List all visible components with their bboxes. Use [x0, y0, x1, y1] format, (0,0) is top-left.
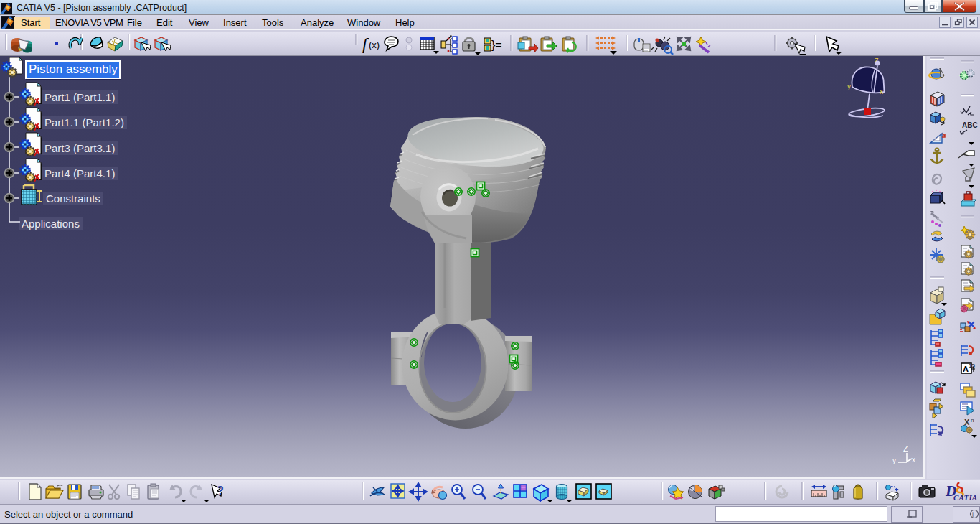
- svg-text:x: x: [880, 88, 883, 95]
- svg-text:(x): (x): [369, 39, 380, 50]
- svg-text:A: A: [963, 365, 969, 373]
- svg-text:i: i: [972, 511, 974, 518]
- svg-text:y: y: [892, 457, 896, 464]
- svg-text:ABC: ABC: [962, 121, 978, 129]
- svg-text:15: 15: [969, 362, 975, 369]
- svg-text:}=: }=: [491, 39, 502, 51]
- svg-text:n: n: [971, 417, 974, 424]
- svg-text:x: x: [912, 456, 915, 464]
- svg-text:y: y: [847, 83, 851, 90]
- svg-text:Z: Z: [903, 444, 908, 453]
- svg-text:?: ?: [217, 484, 224, 498]
- svg-text:CATIA: CATIA: [953, 493, 977, 502]
- svg-text:Z: Z: [875, 57, 879, 64]
